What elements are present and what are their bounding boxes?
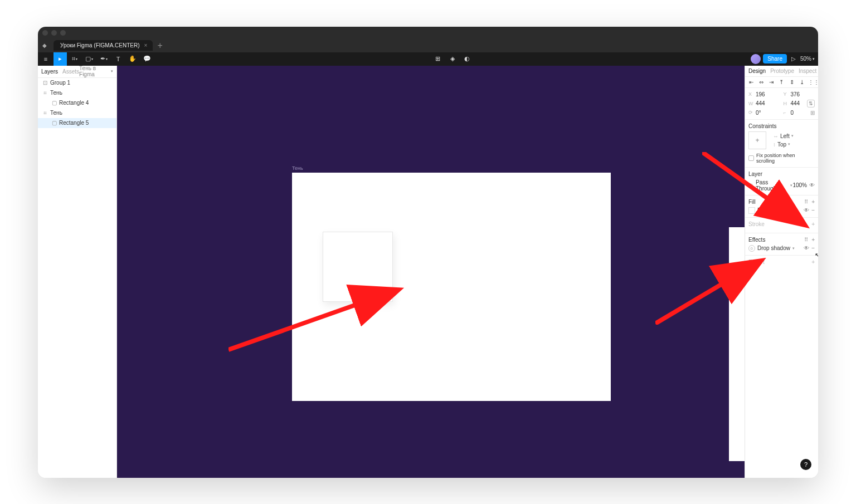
canvas-rectangle-shadow[interactable] <box>323 232 393 302</box>
height-field[interactable]: H444⇅ <box>784 100 815 107</box>
scroll-shadow <box>745 66 745 366</box>
remove-effect-icon[interactable]: − <box>811 245 815 251</box>
hand-tool[interactable]: ✋ <box>126 52 139 66</box>
rect-icon: ▢ <box>51 100 57 106</box>
share-button[interactable]: Share <box>763 54 787 63</box>
remove-fill-icon[interactable]: − <box>811 207 815 213</box>
tab-title: Уроки Figma (FIGMA.CENTER) <box>60 42 140 48</box>
fix-position-checkbox[interactable]: Fix position when scrolling <box>748 153 815 164</box>
width-field[interactable]: W444 <box>748 100 780 107</box>
align-left-icon[interactable]: ⇤ <box>747 79 755 85</box>
text-tool[interactable]: T <box>111 52 125 66</box>
align-hcenter-icon[interactable]: ⇔ <box>757 79 765 85</box>
align-bottom-icon[interactable]: ⤓ <box>798 79 806 85</box>
rect-icon: ▢ <box>51 120 57 126</box>
independent-corners-icon[interactable]: ⊞ <box>810 110 815 116</box>
constraint-h-dropdown[interactable]: ↔Left▾ <box>773 133 794 139</box>
color-swatch <box>748 207 755 214</box>
constraint-widget[interactable]: + <box>748 131 766 149</box>
section-title: Effects <box>748 237 765 243</box>
distribute-icon[interactable]: ⋮⋮ <box>808 79 816 85</box>
traffic-light-close[interactable] <box>42 30 48 36</box>
assets-tab[interactable]: Assets <box>62 68 79 75</box>
boolean-icon[interactable]: ◐ <box>460 52 474 66</box>
corner-radius-field[interactable]: ⌐0⊞ <box>784 110 815 116</box>
component-icon[interactable]: ⊞ <box>431 52 445 66</box>
properties-panel: Design Prototype Inspect ⇤ ⇔ ⇥ ⤒ ⇕ ⤓ ⋮⋮ … <box>745 66 818 478</box>
layer-frame[interactable]: ⌗Тень <box>38 108 116 118</box>
effect-settings-icon[interactable]: ☼ <box>748 245 755 252</box>
section-title: Constraints <box>748 123 777 129</box>
tab-bar: ◆ Уроки Figma (FIGMA.CENTER) × + <box>38 39 818 52</box>
visibility-icon[interactable]: 👁 <box>809 182 815 188</box>
figma-window: ◆ Уроки Figma (FIGMA.CENTER) × + ≡ ▸ ⌗▾ … <box>38 27 818 478</box>
position-section: X196 Y376 W444 H444⇅ ⟳0° ⌐0⊞ <box>745 88 818 120</box>
rotation-field[interactable]: ⟳0° <box>748 110 780 116</box>
add-fill-icon[interactable]: + <box>811 199 815 205</box>
prototype-tab[interactable]: Prototype <box>770 68 794 74</box>
add-effect-icon[interactable]: + <box>811 237 815 243</box>
alignment-controls: ⇤ ⇔ ⇥ ⤒ ⇕ ⤓ ⋮⋮ <box>745 77 818 88</box>
visibility-icon[interactable]: 👁 <box>804 207 809 213</box>
layer-section: Layer ◐Pass Through▾ 100%👁 <box>745 168 818 195</box>
add-tab-icon[interactable]: + <box>157 41 162 51</box>
present-icon[interactable]: ▷ <box>789 56 798 62</box>
close-tab-icon[interactable]: × <box>144 42 148 48</box>
visibility-icon[interactable]: 👁 <box>804 245 809 251</box>
constraints-section: Constraints + ↔Left▾ ↕Top▾ Fix position … <box>745 120 818 168</box>
page-selector[interactable]: Тень в Figma▾ <box>79 65 113 77</box>
layer-group[interactable]: ⊡Group 1 <box>38 78 116 88</box>
canvas-frame-peek <box>729 227 745 461</box>
styles-icon[interactable]: ⠿ <box>804 199 808 205</box>
frame-icon: ⌗ <box>42 90 48 96</box>
checkbox-icon <box>748 155 754 161</box>
export-section: Export + <box>745 256 818 271</box>
pen-tool[interactable]: ✒▾ <box>97 52 110 66</box>
add-export-icon[interactable]: + <box>811 259 815 265</box>
inspect-tab[interactable]: Inspect <box>799 68 816 74</box>
align-vcenter-icon[interactable]: ⇕ <box>788 79 796 85</box>
align-right-icon[interactable]: ⇥ <box>767 79 775 85</box>
traffic-light-zoom[interactable] <box>60 30 66 36</box>
mask-icon[interactable]: ◈ <box>446 52 459 66</box>
lock-aspect-icon[interactable]: ⇅ <box>807 100 815 107</box>
zoom-value: 50% <box>800 56 811 62</box>
move-tool[interactable]: ▸ <box>54 52 67 66</box>
constraint-v-dropdown[interactable]: ↕Top▾ <box>773 141 794 148</box>
y-field[interactable]: Y376 <box>784 91 815 97</box>
layer-frame[interactable]: ⌗Тень <box>38 88 116 98</box>
frame-tool[interactable]: ⌗▾ <box>68 52 81 66</box>
layer-rectangle-selected[interactable]: ▢Rectangle 5 <box>38 118 116 128</box>
zoom-dropdown[interactable]: 50%▾ <box>800 56 815 62</box>
add-stroke-icon[interactable]: + <box>811 221 815 227</box>
group-icon: ⊡ <box>42 80 48 86</box>
layer-rectangle[interactable]: ▢Rectangle 4 <box>38 98 116 108</box>
align-top-icon[interactable]: ⤒ <box>777 79 785 85</box>
blend-mode-dropdown[interactable]: ◐Pass Through▾ <box>748 179 792 192</box>
shape-tool[interactable]: ▢▾ <box>82 52 96 66</box>
styles-icon[interactable]: ⠿ <box>804 237 808 243</box>
window-titlebar <box>38 27 818 39</box>
user-avatar[interactable] <box>751 54 761 64</box>
effects-section: Effects ⠿+ ☼Drop shadow▾ 👁− <box>745 233 818 256</box>
section-title: Export <box>748 259 765 265</box>
x-field[interactable]: X196 <box>748 91 780 97</box>
canvas[interactable]: Тень <box>117 66 745 478</box>
stroke-section: Stroke + <box>745 218 818 233</box>
opacity-field[interactable]: 100% <box>792 182 807 188</box>
fill-color[interactable]: FFFFFF <box>748 207 778 214</box>
traffic-light-minimize[interactable] <box>51 30 57 36</box>
section-title: Layer <box>748 171 762 177</box>
layers-panel: Layers Assets Тень в Figma▾ ⊡Group 1 ⌗Те… <box>38 66 117 478</box>
figma-logo-icon[interactable]: ◆ <box>38 39 51 52</box>
section-title: Stroke <box>748 221 765 227</box>
effect-dropdown[interactable]: ☼Drop shadow▾ <box>748 245 795 252</box>
menu-icon[interactable]: ≡ <box>39 52 52 66</box>
frame-label[interactable]: Тень <box>292 165 303 171</box>
layers-tab[interactable]: Layers <box>41 68 58 75</box>
design-tab[interactable]: Design <box>748 68 766 74</box>
help-button[interactable]: ? <box>800 459 811 470</box>
comment-tool[interactable]: 💬 <box>140 52 154 66</box>
frame-icon: ⌗ <box>42 110 48 116</box>
document-tab[interactable]: Уроки Figma (FIGMA.CENTER) × <box>54 40 153 51</box>
